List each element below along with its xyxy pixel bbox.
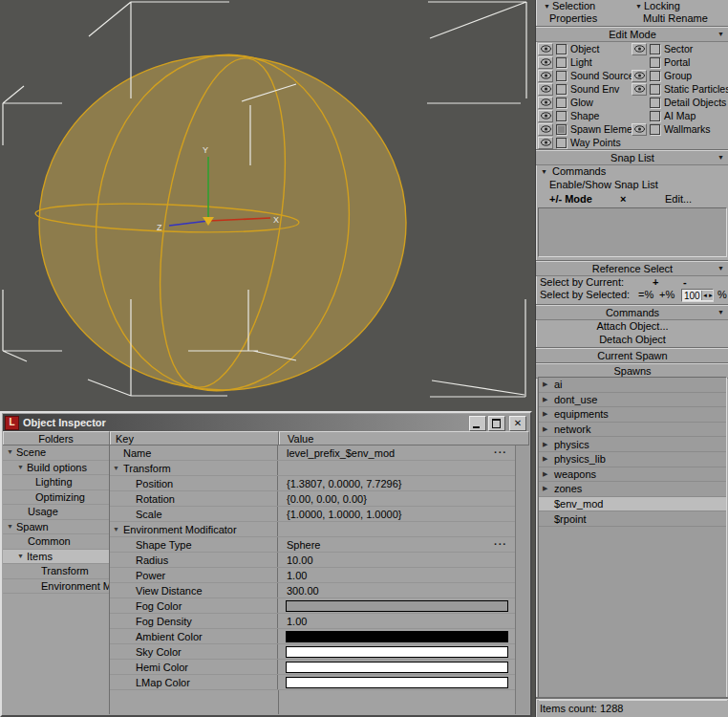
hemi-color-swatch[interactable] (286, 662, 508, 673)
rotation-value[interactable]: {0.00, 0.00, 0.00} (287, 493, 367, 505)
maximize-button[interactable] (488, 416, 505, 431)
checkbox[interactable] (556, 124, 567, 135)
value-column-header[interactable]: Value (279, 431, 529, 445)
checkbox[interactable] (650, 44, 660, 54)
snap-edit-button[interactable]: Edit... (665, 193, 692, 206)
name-value[interactable]: level_prefix_$env_mod (287, 447, 395, 459)
percent-spinner[interactable]: 100 ◄► (681, 289, 714, 302)
eye-icon[interactable] (538, 56, 553, 69)
close-button[interactable]: ✕ (509, 416, 526, 431)
shape-type-value[interactable]: Sphere (287, 539, 320, 551)
ambient-color-swatch[interactable] (286, 631, 508, 642)
expand-right-icon[interactable]: ▶ (543, 410, 554, 418)
power-value[interactable]: 1.00 (287, 570, 307, 581)
expand-right-icon[interactable]: ▶ (543, 455, 554, 463)
spawn-item-env-mod[interactable]: ▶ $env_mod (539, 497, 726, 512)
property-row-ambient-color[interactable]: Ambient Color (110, 629, 515, 644)
percent-value[interactable]: 100 (682, 290, 701, 302)
detach-object-button[interactable]: Detach Object (536, 334, 728, 346)
expand-right-icon[interactable]: ▶ (543, 380, 554, 388)
eye-icon[interactable] (632, 83, 647, 96)
checkbox[interactable] (650, 98, 660, 108)
spawn-group-equipments[interactable]: ▶ equipments (539, 407, 726, 423)
property-row-scale[interactable]: Scale {1.0000, 1.0000, 1.0000} (110, 507, 515, 522)
current-spawn-header[interactable]: Current Spawn (536, 348, 728, 363)
property-group-environment-modificator[interactable]: ▼Environment Modificator (110, 522, 515, 537)
checkbox[interactable] (556, 71, 567, 81)
checkbox[interactable] (650, 57, 660, 68)
scrollbar-gutter[interactable] (515, 445, 529, 714)
folder-environment-mod[interactable]: Environment Mod (3, 579, 109, 595)
spawn-group-dont-use[interactable]: ▶ dont_use (539, 393, 726, 408)
snap-list-header[interactable]: Snap List ▼ (536, 150, 728, 165)
attach-object-button[interactable]: Attach Object... (536, 320, 728, 333)
spawn-group-network[interactable]: ▶ network (539, 423, 726, 438)
locking-menu[interactable]: ▼Locking (635, 0, 680, 12)
eye-icon[interactable] (538, 70, 553, 82)
eye-icon[interactable] (538, 83, 553, 96)
checkbox[interactable] (556, 138, 567, 148)
expand-right-icon[interactable]: ▶ (543, 470, 554, 478)
ellipsis-button[interactable]: ··· (494, 537, 507, 552)
select-plus-pct-button[interactable]: +% (659, 289, 674, 301)
folder-usage[interactable]: Usage (3, 505, 109, 520)
view-distance-value[interactable]: 300.00 (287, 585, 319, 597)
spawn-group-ai[interactable]: ▶ ai (539, 378, 726, 393)
expand-right-icon[interactable]: ▶ (543, 396, 554, 403)
spawn-group-physics-lib[interactable]: ▶ physics_lib (539, 452, 726, 467)
checkbox[interactable] (556, 57, 567, 68)
sky-color-swatch[interactable] (286, 646, 508, 658)
lmap-color-swatch[interactable] (286, 677, 508, 688)
eye-icon[interactable] (538, 43, 553, 55)
folder-spawn[interactable]: ▼Spawn (3, 520, 109, 535)
eye-icon[interactable] (538, 97, 553, 109)
key-column-header[interactable]: Key (110, 431, 279, 445)
select-current-minus-button[interactable]: - (683, 276, 687, 289)
folder-transform[interactable]: Transform (3, 564, 109, 579)
scale-value[interactable]: {1.0000, 1.0000, 1.0000} (287, 509, 402, 520)
spawn-item-rpoint[interactable]: ▶ $rpoint (539, 511, 726, 527)
enable-show-snap-list[interactable]: Enable/Show Snap List (536, 179, 728, 191)
fog-density-value[interactable]: 1.00 (287, 616, 307, 627)
edit-mode-header[interactable]: Edit Mode ▼ (536, 27, 728, 42)
property-row-radius[interactable]: Radius 10.00 (110, 553, 515, 568)
selection-menu[interactable]: ▼Selection (544, 0, 595, 12)
property-row-position[interactable]: Position {1.3807, 0.0000, 7.7296} (110, 476, 515, 491)
folder-items[interactable]: ▼Items (3, 550, 109, 565)
radius-value[interactable]: 10.00 (287, 554, 313, 566)
snap-commands-menu[interactable]: ▼ Commands (536, 165, 728, 178)
folder-common[interactable]: Common (3, 534, 109, 550)
checkbox[interactable] (650, 84, 660, 95)
expand-down-icon[interactable]: ▼ (7, 445, 16, 460)
spawn-group-physics[interactable]: ▶ physics (539, 437, 726, 452)
snap-list-box[interactable] (538, 207, 727, 257)
eye-icon[interactable] (632, 43, 647, 55)
property-row-power[interactable]: Power 1.00 (110, 568, 515, 583)
folder-optimizing[interactable]: Optimizing (3, 490, 109, 506)
folders-column-header[interactable]: Folders (3, 431, 110, 445)
spawn-group-weapons[interactable]: ▶ weapons (539, 467, 726, 483)
eye-icon[interactable] (538, 110, 553, 122)
minimize-button[interactable] (469, 416, 486, 431)
select-eq-pct-button[interactable]: =% (638, 289, 653, 301)
fog-color-swatch[interactable] (286, 600, 508, 612)
eye-icon[interactable] (538, 123, 553, 136)
expand-down-icon[interactable]: ▼ (17, 550, 27, 564)
spawn-group-zones[interactable]: ▶ zones (539, 482, 726, 497)
position-value[interactable]: {1.3807, 0.0000, 7.7296} (287, 478, 402, 489)
spinner-arrows-icon[interactable]: ◄► (701, 291, 713, 300)
checkbox[interactable] (650, 71, 660, 81)
snap-clear-button[interactable]: × (620, 193, 626, 206)
property-row-fog-density[interactable]: Fog Density 1.00 (110, 614, 515, 629)
property-group-transform[interactable]: ▼Transform (110, 461, 515, 476)
select-current-plus-button[interactable]: + (653, 276, 658, 289)
property-row-rotation[interactable]: Rotation {0.00, 0.00, 0.00} (110, 491, 515, 507)
checkbox[interactable] (650, 111, 660, 121)
property-row-lmap-color[interactable]: LMap Color (110, 675, 515, 690)
commands-header[interactable]: Commands ▼ (536, 305, 728, 320)
property-row-shape-type[interactable]: Shape Type Sphere··· (110, 537, 515, 553)
properties-button[interactable]: Properties (549, 12, 597, 25)
expand-right-icon[interactable]: ▶ (543, 485, 554, 492)
checkbox[interactable] (556, 111, 567, 121)
property-row-hemi-color[interactable]: Hemi Color (110, 660, 515, 675)
